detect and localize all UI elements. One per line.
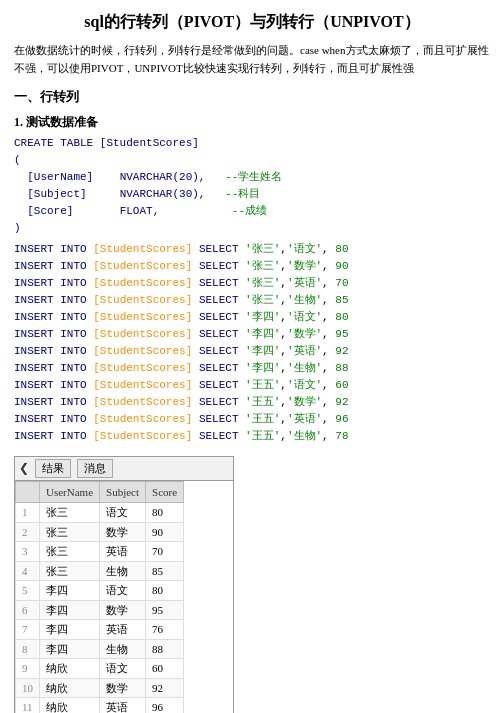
row-number: 1 bbox=[16, 503, 40, 523]
cell: 张三 bbox=[40, 542, 100, 562]
cell: 张三 bbox=[40, 522, 100, 542]
cell: 数学 bbox=[100, 522, 146, 542]
table-row: 9纳欣语文60 bbox=[16, 659, 184, 679]
col-header-score: Score bbox=[146, 481, 184, 503]
cell: 纳欣 bbox=[40, 659, 100, 679]
cell: 92 bbox=[146, 678, 184, 698]
row-number: 2 bbox=[16, 522, 40, 542]
cell: 85 bbox=[146, 561, 184, 581]
table-row: 11纳欣英语96 bbox=[16, 698, 184, 713]
cell: 李四 bbox=[40, 639, 100, 659]
row-number: 5 bbox=[16, 581, 40, 601]
data-table-1: UserName Subject Score 1张三语文802张三数学903张三… bbox=[15, 481, 184, 713]
cell: 英语 bbox=[100, 542, 146, 562]
table-toolbar-1: ❮ 结果 消息 bbox=[15, 457, 233, 481]
intro-text: 在做数据统计的时候，行转列，列转行是经常做到的问题。case when方式太麻烦… bbox=[14, 42, 490, 77]
cell: 生物 bbox=[100, 639, 146, 659]
table-row: 6李四数学95 bbox=[16, 600, 184, 620]
col-header-username: UserName bbox=[40, 481, 100, 503]
sub1-title: 1. 测试数据准备 bbox=[14, 113, 490, 131]
cell: 张三 bbox=[40, 561, 100, 581]
col-header-num bbox=[16, 481, 40, 503]
table-row: 8李四生物88 bbox=[16, 639, 184, 659]
row-number: 9 bbox=[16, 659, 40, 679]
cell: 英语 bbox=[100, 698, 146, 713]
cell: 纳欣 bbox=[40, 678, 100, 698]
cell: 95 bbox=[146, 600, 184, 620]
section-1: 一、行转列 1. 测试数据准备 CREATE TABLE [StudentSco… bbox=[14, 87, 490, 713]
row-number: 3 bbox=[16, 542, 40, 562]
table-row: 3张三英语70 bbox=[16, 542, 184, 562]
table-row: 4张三生物85 bbox=[16, 561, 184, 581]
col-header-subject: Subject bbox=[100, 481, 146, 503]
result-table-1: ❮ 结果 消息 UserName Subject Score 1张三语文802张… bbox=[14, 456, 234, 713]
row-number: 10 bbox=[16, 678, 40, 698]
table-row: 1张三语文80 bbox=[16, 503, 184, 523]
cell: 80 bbox=[146, 581, 184, 601]
cell: 90 bbox=[146, 522, 184, 542]
row-number: 6 bbox=[16, 600, 40, 620]
cell: 语文 bbox=[100, 659, 146, 679]
row-number: 7 bbox=[16, 620, 40, 640]
cell: 英语 bbox=[100, 620, 146, 640]
cell: 80 bbox=[146, 503, 184, 523]
cell: 76 bbox=[146, 620, 184, 640]
cell: 李四 bbox=[40, 600, 100, 620]
create-table-code: CREATE TABLE [StudentScores] ( [UserName… bbox=[14, 135, 490, 237]
cell: 96 bbox=[146, 698, 184, 713]
table-arrow-left-1[interactable]: ❮ bbox=[19, 459, 29, 477]
cell: 88 bbox=[146, 639, 184, 659]
cell: 语文 bbox=[100, 581, 146, 601]
cell: 李四 bbox=[40, 581, 100, 601]
cell: 数学 bbox=[100, 678, 146, 698]
table-row: 10纳欣数学92 bbox=[16, 678, 184, 698]
table-row: 5李四语文80 bbox=[16, 581, 184, 601]
result-btn-1[interactable]: 结果 bbox=[35, 459, 71, 478]
cell: 数学 bbox=[100, 600, 146, 620]
cell: 张三 bbox=[40, 503, 100, 523]
cell: 纳欣 bbox=[40, 698, 100, 713]
insert-block: INSERT INTO [StudentScores] SELECT '张三',… bbox=[14, 241, 490, 446]
row-number: 11 bbox=[16, 698, 40, 713]
cell: 语文 bbox=[100, 503, 146, 523]
row-number: 8 bbox=[16, 639, 40, 659]
table-row: 2张三数学90 bbox=[16, 522, 184, 542]
cell: 70 bbox=[146, 542, 184, 562]
row-number: 4 bbox=[16, 561, 40, 581]
page-title: sql的行转列（PIVOT）与列转行（UNPIVOT） bbox=[14, 10, 490, 34]
cell: 生物 bbox=[100, 561, 146, 581]
cell: 李四 bbox=[40, 620, 100, 640]
table-row: 7李四英语76 bbox=[16, 620, 184, 640]
message-btn-1[interactable]: 消息 bbox=[77, 459, 113, 478]
cell: 60 bbox=[146, 659, 184, 679]
section-1-title: 一、行转列 bbox=[14, 87, 490, 107]
